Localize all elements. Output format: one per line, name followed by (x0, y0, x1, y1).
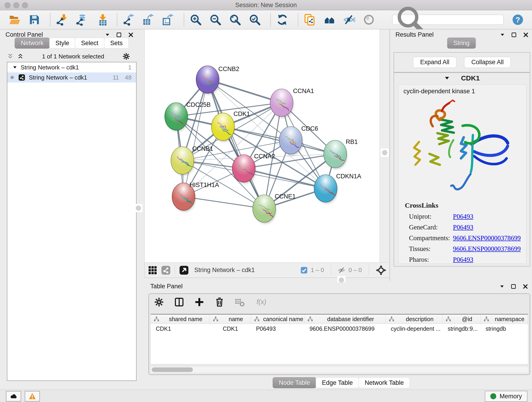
network-collection-row[interactable]: String Network – cdk1 1 (7, 62, 136, 72)
zoom-in-button[interactable] (189, 13, 202, 26)
left-splitter-handle[interactable] (136, 206, 141, 211)
column-header-name[interactable]: name (210, 314, 251, 324)
tab-select[interactable]: Select (75, 38, 104, 49)
add-column-icon[interactable] (194, 297, 204, 307)
expand-all-button[interactable]: Expand All (413, 57, 457, 68)
table-hscrollbar[interactable] (151, 367, 528, 373)
save-session-button[interactable] (28, 13, 41, 26)
column-header-namespace[interactable]: namespace (481, 314, 528, 324)
export-network-button[interactable] (122, 13, 135, 26)
tree-icon (483, 316, 489, 322)
node-CDKN1A[interactable] (314, 175, 337, 203)
column-header-description[interactable]: description (386, 314, 443, 324)
crosslink-link[interactable]: 9606.ENSP00000378699 (453, 234, 521, 242)
gene-section-expander-icon[interactable] (444, 75, 450, 81)
node-CDC25B[interactable] (165, 103, 188, 131)
canvas-right-strip (380, 29, 390, 262)
network-row[interactable]: String Network – cdk1 11 48 (7, 72, 136, 83)
table-hscrollbar-thumb[interactable] (152, 367, 193, 372)
table-panel-close-icon[interactable] (522, 283, 528, 289)
node-CCNA1[interactable] (270, 89, 293, 118)
collapse-all-button[interactable]: Collapse All (464, 57, 511, 68)
tab-network[interactable]: Network (15, 38, 50, 49)
crosslink-row: Tissues:9606.ENSP00000378699 (409, 243, 522, 254)
tab-style[interactable]: Style (49, 38, 75, 49)
collection-expander-icon[interactable] (12, 65, 17, 70)
node-label-RB1: RB1 (346, 138, 358, 145)
table-panel-float-icon[interactable] (510, 283, 516, 289)
node-CCNE1[interactable] (253, 195, 276, 223)
export-image-button[interactable] (162, 13, 175, 26)
refresh-view-button[interactable] (276, 13, 289, 26)
node-CDK1[interactable] (211, 113, 234, 142)
results-panel-menu-icon[interactable] (500, 32, 505, 37)
column-header-@id[interactable]: @id (443, 314, 481, 324)
network-share-badge-icon[interactable] (161, 265, 171, 275)
node-CDC6[interactable] (279, 127, 302, 155)
search-box[interactable] (392, 15, 504, 25)
open-session-button[interactable] (8, 13, 21, 26)
delete-column-icon[interactable] (215, 297, 225, 307)
import-network-file-button[interactable] (56, 13, 68, 26)
right-splitter-handle[interactable] (382, 150, 387, 155)
tab-sets[interactable]: Sets (104, 38, 129, 49)
tab-node-table[interactable]: Node Table (273, 377, 316, 388)
node-table[interactable]: shared namenamecanonical namedatabase id… (151, 314, 528, 364)
warnings-button[interactable] (25, 391, 40, 402)
control-panel-close-icon[interactable] (128, 32, 134, 38)
edge-HIST1H1A-CCNE1[interactable] (184, 197, 264, 209)
memory-button[interactable]: Memory (485, 391, 527, 402)
control-panel-float-icon[interactable] (116, 32, 122, 38)
clone-network-button[interactable] (303, 13, 316, 26)
import-table-button[interactable] (95, 13, 108, 26)
column-header-canonical-name[interactable]: canonical name (251, 314, 304, 324)
crosslink-link[interactable]: P06493 (453, 213, 473, 220)
search-input[interactable] (426, 16, 500, 23)
network-options-gear-icon[interactable] (122, 52, 130, 60)
column-header-shared-name[interactable]: shared name (151, 314, 210, 324)
node-label-CDC25B: CDC25B (186, 101, 211, 108)
column-header-database-identifier[interactable]: database identifier (304, 314, 386, 324)
zoom-out-button[interactable] (209, 13, 222, 26)
node-CCNB1[interactable] (171, 147, 194, 175)
node-label-CCNB2: CCNB2 (218, 65, 239, 72)
birdseye-button[interactable] (362, 13, 375, 26)
node-CCNB2[interactable] (196, 66, 219, 95)
import-network-database-button[interactable] (75, 13, 88, 26)
detach-view-icon[interactable] (179, 265, 189, 275)
table-cell: 9606.ENSP00000378699 (304, 324, 386, 333)
crosslink-link[interactable]: 9606.ENSP00000378699 (453, 245, 521, 253)
horizontal-splitter-handle[interactable] (339, 278, 344, 283)
tab-network-table[interactable]: Network Table (359, 377, 410, 388)
table-options-gear-icon[interactable] (154, 297, 164, 307)
left-splitter[interactable] (137, 29, 144, 390)
show-columns-icon[interactable] (174, 297, 184, 307)
crosslink-link[interactable]: P06493 (453, 256, 473, 263)
houses-icon (323, 14, 336, 26)
export-table-button[interactable] (142, 13, 155, 26)
selected-checkbox-icon[interactable] (300, 266, 308, 274)
network-canvas[interactable]: CCNB2CCNA1CDC25BCDK1CDC6RB1CCNB1CCNA2CDK… (144, 29, 380, 262)
help-button[interactable] (512, 14, 524, 26)
crosslink-link[interactable]: P06493 (453, 223, 473, 231)
results-panel-close-icon[interactable] (523, 32, 529, 38)
houses-button[interactable] (323, 13, 336, 26)
grid-view-icon[interactable] (148, 265, 157, 275)
hide-graphics-button[interactable] (343, 13, 355, 26)
table-row[interactable]: CDK1CDK1P064939606.ENSP00000378699cyclin… (151, 324, 528, 333)
warning-icon (29, 393, 36, 400)
results-panel-float-icon[interactable] (511, 32, 517, 38)
table-panel-menu-icon[interactable] (500, 284, 505, 289)
cloud-button[interactable] (6, 391, 21, 402)
control-panel-menu-icon[interactable] (105, 32, 110, 37)
zoom-fit-button[interactable] (229, 13, 241, 26)
tab-edge-table[interactable]: Edge Table (316, 377, 359, 388)
zoom-selected-button[interactable] (248, 13, 261, 26)
node-RB1[interactable] (324, 140, 347, 169)
birdseye-crosshair-icon[interactable] (376, 265, 386, 275)
edge-CCNB2-CCNE1[interactable] (208, 80, 264, 209)
collapse-all-networks-icon[interactable] (7, 53, 14, 60)
expand-all-networks-icon[interactable] (17, 53, 24, 60)
table-cell: cyclin-dependent ... (386, 324, 443, 333)
tab-string[interactable]: String (447, 38, 476, 49)
